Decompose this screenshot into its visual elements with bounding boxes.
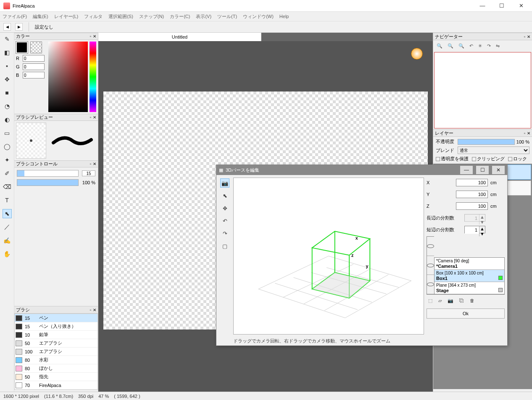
move-tool-icon[interactable]: ✥ [3, 75, 12, 84]
mascot-icon[interactable] [411, 48, 423, 60]
pointer-tool-icon[interactable]: ⬉ [3, 209, 12, 218]
lock-checkbox[interactable]: ロック [508, 156, 527, 162]
ok-button[interactable]: Ok [427, 308, 505, 319]
object-list-item[interactable]: Plane [364 x 273 cm]Stage [435, 282, 504, 294]
menu-filter[interactable]: フィルタ [84, 13, 103, 20]
panel-close-icon[interactable]: ✕ [93, 162, 96, 166]
long-div-spinner[interactable]: ▲▼ [464, 214, 485, 222]
object-list[interactable]: *Camera [90 deg]*Camera1Box [100 x 100 x… [434, 257, 505, 295]
object-list-item[interactable]: *Camera [90 deg]*Camera1 [435, 258, 504, 270]
x-input[interactable] [456, 179, 488, 186]
move-3d-tool-icon[interactable]: ✥ [220, 204, 229, 213]
menu-window[interactable]: ウィンドウ(W) [243, 13, 274, 20]
brush-opacity-slider[interactable] [17, 179, 79, 186]
camera-tool-icon[interactable]: 📷 [220, 178, 229, 188]
rotate-left-icon[interactable]: ↶ [469, 43, 473, 49]
minimize-button[interactable]: — [477, 2, 488, 10]
opacity-slider[interactable] [458, 139, 515, 145]
color-picker[interactable] [48, 42, 88, 112]
redo-3d-icon[interactable]: ↷ [220, 229, 229, 238]
fill-tool-icon[interactable]: ■ [3, 88, 12, 97]
eraser-tool-icon[interactable]: ◧ [3, 48, 12, 57]
object-radio[interactable] [427, 256, 434, 275]
text-tool-icon[interactable]: T [3, 196, 12, 205]
panel-float-icon[interactable]: ▫ [90, 34, 91, 39]
dialog-minimize-button[interactable]: — [460, 166, 473, 174]
brush-list[interactable]: 15ペン15ペン（入り抜き）10鉛筆50エアブラシ100エアブラシ80水彩80ぼ… [14, 314, 98, 390]
y-input[interactable] [456, 191, 488, 198]
rotate-reset-icon[interactable]: ✳ [478, 43, 482, 49]
maximize-button[interactable]: ☐ [496, 2, 508, 10]
z-input[interactable] [456, 202, 488, 210]
select-rect-tool-icon[interactable]: ▭ [3, 128, 12, 138]
stop-3d-icon[interactable]: ▢ [220, 241, 229, 251]
select-pen-tool-icon[interactable]: ✐ [3, 169, 12, 178]
panel-close-icon[interactable]: ✕ [93, 34, 96, 39]
panel-float-icon[interactable]: ▫ [90, 115, 91, 120]
panel-close-icon[interactable]: ✕ [93, 115, 96, 120]
nav-prev-button[interactable]: ◀ [3, 23, 11, 31]
flip-icon[interactable]: ⇋ [496, 43, 500, 49]
dialog-close-button[interactable]: ✕ [492, 166, 505, 174]
protect-alpha-checkbox[interactable]: 透明度を保護 [436, 156, 469, 162]
panel-close-icon[interactable]: ✕ [527, 34, 530, 39]
hand-tool-icon[interactable]: ✋ [3, 249, 12, 259]
g-input[interactable] [23, 63, 45, 70]
brush-list-item[interactable]: 70FireAlpaca [15, 381, 97, 390]
menu-view[interactable]: 表示(V) [196, 13, 211, 20]
bg-color-swatch[interactable] [30, 42, 42, 53]
3d-viewport[interactable]: x z y [233, 178, 424, 335]
delete-object-icon[interactable]: 🗑 [470, 298, 474, 303]
panel-float-icon[interactable]: ▫ [524, 131, 525, 136]
menu-color[interactable]: カラー(C) [170, 13, 190, 20]
brush-list-item[interactable]: 80水彩 [15, 356, 97, 364]
add-camera-icon[interactable]: 📷 [448, 298, 453, 303]
panel-float-icon[interactable]: ▫ [524, 34, 525, 39]
blend-select[interactable]: 通常 [458, 146, 529, 154]
add-plane-icon[interactable]: ▱ [438, 298, 442, 303]
panel-float-icon[interactable]: ▫ [90, 308, 91, 312]
bucket-tool-icon[interactable]: ◔ [3, 102, 12, 111]
zoom-in-icon[interactable]: 🔍 [437, 43, 442, 49]
brush-list-item[interactable]: 15ペン [15, 314, 97, 322]
select-3d-tool-icon[interactable]: ⬉ [220, 191, 229, 200]
zoom-out-icon[interactable]: 🔍 [448, 43, 453, 49]
duplicate-object-icon[interactable]: ⿻ [459, 298, 464, 303]
brush-list-item[interactable]: 10鉛筆 [15, 331, 97, 339]
dialog-titlebar[interactable]: ▦ 3Dパースを編集 — ☐ ✕ [216, 165, 507, 175]
menu-snap[interactable]: スナップ(N) [139, 13, 164, 20]
select-lasso-tool-icon[interactable]: ◯ [3, 142, 12, 151]
r-input[interactable] [23, 55, 45, 62]
panel-float-icon[interactable]: ▫ [90, 162, 91, 166]
close-button[interactable]: ✕ [515, 2, 527, 10]
wand-tool-icon[interactable]: ✦ [3, 155, 12, 165]
clipping-checkbox[interactable]: クリッピング [472, 156, 505, 162]
rotate-right-icon[interactable]: ↷ [487, 43, 491, 49]
menu-file[interactable]: ファイル(F) [3, 13, 27, 20]
pen-tool-icon[interactable]: ／ [3, 222, 12, 232]
object-list-item[interactable]: Box [100 x 100 x 100 cm]Box1 [435, 270, 504, 282]
document-tab[interactable]: Untitled [98, 33, 261, 41]
undo-3d-icon[interactable]: ↶ [220, 216, 229, 225]
add-box-icon[interactable]: ⬚ [428, 298, 432, 303]
gradient-tool-icon[interactable]: ◐ [3, 115, 12, 124]
panel-close-icon[interactable]: ✕ [93, 308, 96, 312]
brush-tool-icon[interactable]: ✎ [3, 34, 12, 44]
object-radio[interactable] [427, 275, 434, 294]
short-div-spinner[interactable]: ▲▼ [464, 226, 485, 233]
fg-color-swatch[interactable] [16, 42, 28, 53]
panel-close-icon[interactable]: ✕ [527, 131, 530, 136]
b-input[interactable] [23, 72, 45, 78]
dot-tool-icon[interactable]: ▪ [3, 61, 12, 71]
brush-list-item[interactable]: 100エアブラシ [15, 348, 97, 356]
brush-list-item[interactable]: 50指先 [15, 373, 97, 381]
select-eraser-tool-icon[interactable]: ⌫ [3, 182, 12, 191]
canvas-viewport[interactable]: ▦ 3Dパースを編集 — ☐ ✕ 📷 ⬉ ✥ ↶ ↷ ▢ [98, 41, 433, 392]
menu-layer[interactable]: レイヤー(L) [54, 13, 78, 20]
eyedropper-tool-icon[interactable]: ✍ [3, 236, 12, 245]
zoom-fit-icon[interactable]: 🔍 [458, 43, 464, 49]
menu-tool[interactable]: ツール(T) [217, 13, 237, 20]
menu-edit[interactable]: 編集(E) [33, 13, 48, 20]
menu-selection[interactable]: 選択範囲(S) [108, 13, 133, 20]
brush-list-item[interactable]: 15ペン（入り抜き） [15, 322, 97, 331]
